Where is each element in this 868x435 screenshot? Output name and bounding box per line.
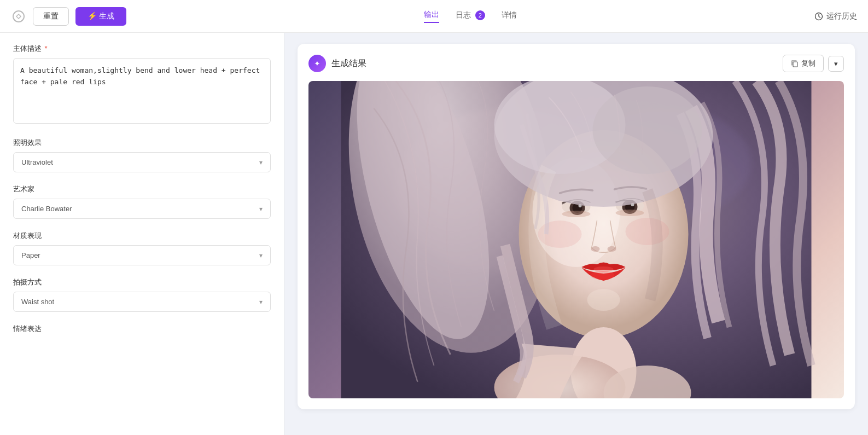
artist-select[interactable]: Charlie Bowater ▾ bbox=[13, 199, 271, 219]
main-content: 主体描述 * A beautiful woman,slightly bend a… bbox=[0, 33, 868, 435]
result-header: ✦ 生成结果 复制 ▾ bbox=[308, 55, 844, 72]
portrait-svg bbox=[308, 81, 844, 398]
lighting-select[interactable]: Ultraviolet ▾ bbox=[13, 152, 271, 172]
emotion-section: 情绪表达 bbox=[13, 324, 271, 334]
shot-select[interactable]: Waist shot ▾ bbox=[13, 292, 271, 312]
svg-point-17 bbox=[562, 211, 591, 217]
material-select[interactable]: Paper ▾ bbox=[13, 245, 271, 265]
shot-label: 拍摄方式 bbox=[13, 277, 271, 287]
subject-section: 主体描述 * A beautiful woman,slightly bend a… bbox=[13, 44, 271, 126]
run-history-button[interactable]: 运行历史 bbox=[814, 11, 857, 21]
shot-section: 拍摄方式 Waist shot ▾ bbox=[13, 277, 271, 312]
svg-point-22 bbox=[616, 210, 644, 216]
top-bar-left: 重置 ⚡ 生成 bbox=[11, 7, 126, 26]
logo-icon bbox=[11, 9, 26, 24]
tabs-container: 输出 日志 2 详情 bbox=[424, 10, 517, 23]
top-bar: 重置 ⚡ 生成 输出 日志 2 详情 运行历史 bbox=[0, 0, 868, 33]
tab-logs[interactable]: 日志 2 bbox=[456, 10, 485, 22]
emotion-label: 情绪表达 bbox=[13, 324, 271, 334]
result-card: ✦ 生成结果 复制 ▾ bbox=[298, 44, 855, 409]
generate-button[interactable]: ⚡ 生成 bbox=[75, 7, 126, 26]
svg-point-23 bbox=[591, 246, 600, 252]
svg-point-24 bbox=[608, 246, 616, 252]
subject-label: 主体描述 * bbox=[13, 44, 271, 54]
svg-rect-2 bbox=[793, 62, 797, 67]
tab-details[interactable]: 详情 bbox=[502, 10, 517, 22]
svg-point-32 bbox=[593, 86, 702, 174]
svg-point-28 bbox=[591, 271, 615, 280]
result-actions: 复制 ▾ bbox=[783, 55, 844, 72]
generated-image bbox=[308, 81, 844, 398]
lighting-section: 照明效果 Ultraviolet ▾ bbox=[13, 138, 271, 172]
chevron-down-icon: ▾ bbox=[259, 159, 263, 166]
chevron-down-icon: ▾ bbox=[259, 298, 263, 306]
svg-point-0 bbox=[13, 11, 24, 22]
chevron-down-icon: ▾ bbox=[834, 60, 838, 68]
tab-output[interactable]: 输出 bbox=[424, 10, 439, 23]
svg-point-29 bbox=[587, 289, 620, 311]
chevron-down-icon: ▾ bbox=[259, 205, 263, 213]
artist-section: 艺术家 Charlie Bowater ▾ bbox=[13, 184, 271, 219]
logs-badge: 2 bbox=[475, 10, 485, 20]
material-section: 材质表现 Paper ▾ bbox=[13, 231, 271, 265]
left-panel: 主体描述 * A beautiful woman,slightly bend a… bbox=[0, 33, 284, 435]
subject-textarea[interactable]: A beautiful woman,slightly bend and lowe… bbox=[13, 58, 271, 124]
copy-button[interactable]: 复制 bbox=[783, 55, 824, 72]
right-panel: ✦ 生成结果 复制 ▾ bbox=[284, 33, 868, 435]
lighting-label: 照明效果 bbox=[13, 138, 271, 148]
copy-icon bbox=[791, 60, 799, 67]
expand-button[interactable]: ▾ bbox=[828, 56, 844, 72]
result-icon: ✦ bbox=[308, 55, 326, 72]
material-label: 材质表现 bbox=[13, 231, 271, 241]
history-icon bbox=[814, 12, 823, 21]
artist-label: 艺术家 bbox=[13, 184, 271, 194]
reset-button[interactable]: 重置 bbox=[33, 7, 69, 26]
chevron-down-icon: ▾ bbox=[259, 252, 263, 259]
result-title: ✦ 生成结果 bbox=[308, 55, 366, 72]
